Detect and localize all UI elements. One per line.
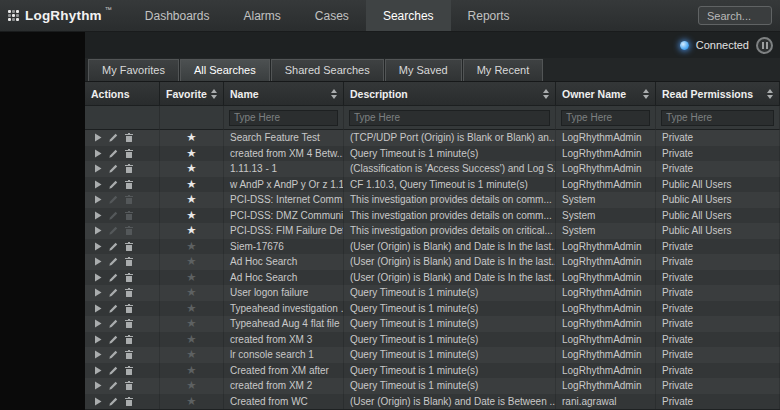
logrhythm-logo[interactable]: LogRhythm ™ — [0, 0, 128, 31]
favorite-star-icon[interactable]: ★ — [186, 334, 196, 346]
tab-my-favorites[interactable]: My Favorites — [88, 59, 179, 81]
table-row[interactable]: ★Siem-17676(User (Origin) is Blank) and … — [85, 239, 780, 255]
table-row[interactable]: ★Ad Hoc Search(User (Origin) is Blank) a… — [85, 254, 780, 270]
favorite-star-icon[interactable]: ★ — [186, 365, 196, 377]
delete-search-icon[interactable] — [125, 242, 133, 251]
tab-my-saved[interactable]: My Saved — [385, 59, 462, 81]
edit-search-icon[interactable] — [109, 273, 118, 282]
table-row[interactable]: ★created from XM 3Query Timeout is 1 min… — [85, 332, 780, 348]
favorite-star-icon[interactable]: ★ — [186, 132, 196, 144]
edit-search-icon[interactable] — [109, 149, 118, 158]
edit-search-icon[interactable] — [109, 381, 118, 390]
table-row[interactable]: ★Created from WC(User (Origin) is Blank)… — [85, 394, 780, 410]
run-search-icon[interactable] — [94, 397, 102, 406]
table-row[interactable]: ★User logon failureQuery Timeout is 1 mi… — [85, 285, 780, 301]
favorite-star-icon[interactable]: ★ — [186, 380, 196, 392]
table-row[interactable]: ★created from XM 2Query Timeout is 1 min… — [85, 378, 780, 394]
nav-item-dashboards[interactable]: Dashboards — [128, 0, 227, 31]
favorite-star-icon[interactable]: ★ — [186, 287, 196, 299]
favorite-star-icon[interactable]: ★ — [186, 256, 196, 268]
edit-search-icon[interactable] — [109, 366, 118, 375]
favorite-star-icon[interactable]: ★ — [186, 163, 196, 175]
sort-icon[interactable] — [643, 89, 649, 99]
favorite-star-icon[interactable]: ★ — [186, 194, 196, 206]
run-search-icon[interactable] — [94, 319, 102, 328]
column-header-owner-name[interactable]: Owner Name — [556, 82, 656, 106]
table-row[interactable]: ★Search Feature Test(TCP/UDP Port (Origi… — [85, 130, 780, 146]
run-search-icon[interactable] — [94, 211, 102, 220]
edit-search-icon[interactable] — [109, 164, 118, 173]
nav-item-reports[interactable]: Reports — [451, 0, 527, 31]
table-row[interactable]: ★1.11.13 - 1(Classification is 'Access S… — [85, 161, 780, 177]
edit-search-icon[interactable] — [109, 350, 118, 359]
filter-input-name[interactable] — [229, 110, 338, 126]
run-search-icon[interactable] — [94, 164, 102, 173]
column-header-read-permissions[interactable]: Read Permissions — [656, 82, 780, 106]
delete-search-icon[interactable] — [125, 335, 133, 344]
delete-search-icon[interactable] — [125, 288, 133, 297]
favorite-star-icon[interactable]: ★ — [186, 241, 196, 253]
run-search-icon[interactable] — [94, 366, 102, 375]
run-search-icon[interactable] — [94, 242, 102, 251]
edit-search-icon[interactable] — [109, 304, 118, 313]
run-search-icon[interactable] — [94, 273, 102, 282]
edit-search-icon[interactable] — [109, 242, 118, 251]
column-header-favorite[interactable]: Favorite — [160, 82, 224, 106]
favorite-star-icon[interactable]: ★ — [186, 210, 196, 222]
run-search-icon[interactable] — [94, 133, 102, 142]
filter-input-owner-name[interactable] — [561, 110, 650, 126]
edit-search-icon[interactable] — [109, 133, 118, 142]
filter-input-read-permissions[interactable] — [661, 110, 774, 126]
delete-search-icon[interactable] — [125, 366, 133, 375]
run-search-icon[interactable] — [94, 257, 102, 266]
tab-shared-searches[interactable]: Shared Searches — [271, 59, 384, 81]
delete-search-icon[interactable] — [125, 257, 133, 266]
favorite-star-icon[interactable]: ★ — [186, 349, 196, 361]
edit-search-icon[interactable] — [109, 288, 118, 297]
favorite-star-icon[interactable]: ★ — [186, 225, 196, 237]
delete-search-icon[interactable] — [125, 180, 133, 189]
favorite-star-icon[interactable]: ★ — [186, 396, 196, 408]
table-row[interactable]: ★Typeahead investigation ...Query Timeou… — [85, 301, 780, 317]
delete-search-icon[interactable] — [125, 350, 133, 359]
nav-item-searches[interactable]: Searches — [366, 0, 451, 31]
edit-search-icon[interactable] — [109, 319, 118, 328]
delete-search-icon[interactable] — [125, 381, 133, 390]
run-search-icon[interactable] — [94, 195, 102, 204]
nav-item-alarms[interactable]: Alarms — [227, 0, 298, 31]
run-search-icon[interactable] — [94, 180, 102, 189]
table-row[interactable]: ★Typeahead Aug 4 flat fileQuery Timeout … — [85, 316, 780, 332]
global-search-button[interactable]: Search... — [698, 6, 772, 25]
edit-search-icon[interactable] — [109, 397, 118, 406]
delete-search-icon[interactable] — [125, 149, 133, 158]
sort-icon[interactable] — [211, 89, 217, 99]
run-search-icon[interactable] — [94, 288, 102, 297]
column-header-description[interactable]: Description — [344, 82, 556, 106]
edit-search-icon[interactable] — [109, 257, 118, 266]
tab-all-searches[interactable]: All Searches — [180, 59, 270, 81]
delete-search-icon[interactable] — [125, 397, 133, 406]
run-search-icon[interactable] — [94, 304, 102, 313]
run-search-icon[interactable] — [94, 335, 102, 344]
table-row[interactable]: ★PCI-DSS: DMZ Communic...This investigat… — [85, 208, 780, 224]
sort-icon[interactable] — [767, 89, 773, 99]
table-row[interactable]: ★PCI-DSS: FIM Failure DetailThis investi… — [85, 223, 780, 239]
table-row[interactable]: ★Ad Hoc Search(User (Origin) is Blank) a… — [85, 270, 780, 286]
column-header-actions[interactable]: Actions — [85, 82, 160, 106]
favorite-star-icon[interactable]: ★ — [186, 303, 196, 315]
favorite-star-icon[interactable]: ★ — [186, 272, 196, 284]
sort-icon[interactable] — [543, 89, 549, 99]
delete-search-icon[interactable] — [125, 273, 133, 282]
run-search-icon[interactable] — [94, 381, 102, 390]
run-search-icon[interactable] — [94, 350, 102, 359]
table-row[interactable]: ★created from XM 4 Betw...Query Timeout … — [85, 146, 780, 162]
sort-icon[interactable] — [331, 89, 337, 99]
filter-input-description[interactable] — [349, 110, 550, 126]
favorite-star-icon[interactable]: ★ — [186, 179, 196, 191]
tab-my-recent[interactable]: My Recent — [463, 59, 544, 81]
column-header-name[interactable]: Name — [224, 82, 344, 106]
table-row[interactable]: ★lr console search 1Query Timeout is 1 m… — [85, 347, 780, 363]
edit-search-icon[interactable] — [109, 180, 118, 189]
delete-search-icon[interactable] — [125, 164, 133, 173]
delete-search-icon[interactable] — [125, 319, 133, 328]
